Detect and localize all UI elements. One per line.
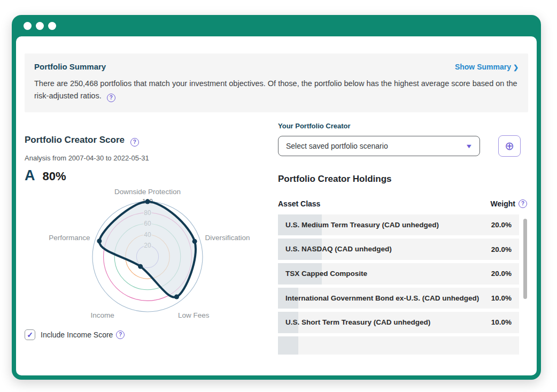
- score-grade: A: [25, 167, 35, 184]
- check-icon: ✓: [27, 330, 33, 339]
- svg-text:Low Fees: Low Fees: [178, 311, 210, 319]
- portfolio-summary-panel: Portfolio Summary Show Summary❯ There ar…: [25, 53, 528, 112]
- weight-cell: 10.0%: [491, 318, 512, 326]
- scenario-select-value: Select saved portfolio scenario: [286, 142, 388, 150]
- table-row[interactable]: U.S. NASDAQ (CAD unhedged)20.0%: [278, 239, 519, 260]
- table-row[interactable]: U.S. Short Term Treasury (CAD unhedged)1…: [278, 312, 519, 333]
- portfolio-summary-title: Portfolio Summary: [34, 62, 106, 71]
- analysis-range: Analysis from 2007-04-30 to 2022-05-31: [25, 154, 278, 162]
- include-income-checkbox[interactable]: ✓: [25, 329, 35, 340]
- asset-class-cell: TSX Capped Composite: [285, 270, 373, 278]
- plus-circle-icon: ⊕: [505, 140, 514, 152]
- table-row[interactable]: TSX Capped Composite20.0%: [278, 263, 519, 285]
- portfolio-creator-label: Your Portfolio Creator: [278, 122, 528, 130]
- help-icon[interactable]: ?: [130, 138, 139, 147]
- weight-cell: 10.0%: [491, 294, 512, 302]
- weight-cell: 20.0%: [491, 270, 512, 278]
- help-icon[interactable]: ?: [519, 199, 527, 208]
- column-header-asset-class: Asset Class: [278, 199, 320, 208]
- svg-text:Income: Income: [91, 311, 114, 319]
- app-window: Portfolio Summary Show Summary❯ There ar…: [12, 15, 541, 380]
- holdings-title: Portfolio Creator Holdings: [278, 174, 528, 185]
- window-dot[interactable]: [36, 22, 44, 30]
- help-icon[interactable]: ?: [116, 330, 125, 339]
- holdings-table: U.S. Medium Term Treasury (CAD unhedged)…: [278, 214, 528, 355]
- portfolio-summary-text: There are 250,468 portfolios that match …: [34, 78, 519, 103]
- table-scrollbar[interactable]: [523, 219, 527, 299]
- include-income-label: Include Income Score: [41, 330, 113, 339]
- asset-class-cell: International Government Bond ex-U.S. (C…: [285, 294, 484, 303]
- caret-down-icon: ▼: [465, 143, 473, 149]
- radar-chart: 20406080100Downside ProtectionDiversific…: [24, 186, 278, 323]
- weight-cell: 20.0%: [491, 245, 512, 253]
- score-percent: 80%: [43, 170, 66, 183]
- asset-class-cell: U.S. Medium Term Treasury (CAD unhedged): [285, 221, 444, 229]
- column-header-weight: Weight ?: [491, 199, 527, 208]
- score-title: Portfolio Creator Score ?: [25, 135, 278, 147]
- svg-text:Performance: Performance: [49, 234, 90, 242]
- table-row[interactable]: International Government Bond ex-U.S. (C…: [278, 288, 519, 309]
- add-scenario-button[interactable]: ⊕: [498, 135, 521, 157]
- scenario-select[interactable]: Select saved portfolio scenario ▼: [278, 136, 480, 156]
- asset-class-cell: U.S. NASDAQ (CAD unhedged): [285, 245, 397, 253]
- svg-text:Diversification: Diversification: [205, 234, 250, 242]
- holdings-column: Your Portfolio Creator Select saved port…: [278, 112, 528, 355]
- window-titlebar: [12, 15, 541, 36]
- window-dot[interactable]: [48, 22, 56, 30]
- svg-text:Downside Protection: Downside Protection: [114, 188, 181, 196]
- table-row-partial: [278, 336, 519, 355]
- show-summary-link[interactable]: Show Summary❯: [455, 63, 519, 71]
- help-icon[interactable]: ?: [107, 94, 115, 102]
- window-dot[interactable]: [24, 22, 32, 30]
- include-income-row: ✓ Include Income Score ?: [25, 329, 278, 340]
- weight-cell: 20.0%: [491, 221, 512, 229]
- chevron-right-icon: ❯: [513, 64, 519, 71]
- page-content: Portfolio Summary Show Summary❯ There ar…: [16, 36, 537, 375]
- table-row[interactable]: U.S. Medium Term Treasury (CAD unhedged)…: [278, 214, 519, 236]
- score-column: Portfolio Creator Score ? Analysis from …: [25, 112, 278, 355]
- asset-class-cell: U.S. Short Term Treasury (CAD unhedged): [285, 318, 436, 327]
